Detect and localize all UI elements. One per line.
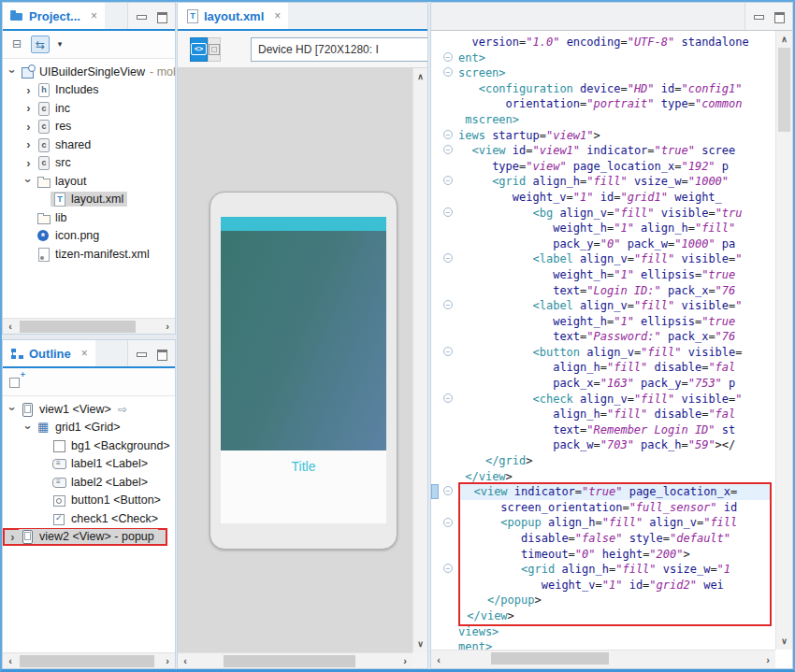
canvas-vscrollbar[interactable]: ∧ ∨ <box>412 68 427 652</box>
maximize-icon[interactable] <box>773 11 785 21</box>
maximize-icon[interactable] <box>156 349 167 359</box>
code-line[interactable]: ent> <box>458 50 773 66</box>
close-icon[interactable]: × <box>76 347 88 360</box>
scrollbar-thumb[interactable] <box>20 321 136 333</box>
code-line[interactable]: orientation="portrait" type="common <box>458 96 773 112</box>
fold-collapse-icon[interactable]: − <box>443 52 453 62</box>
code-line[interactable]: <label align_v="fill" visible=" <box>458 298 773 314</box>
code-line[interactable]: <view indicator="true" page_location_x= <box>460 484 770 500</box>
code-line[interactable]: views> <box>458 624 773 640</box>
code-line[interactable]: text="Remember Login ID" st <box>458 422 773 438</box>
fold-collapse-icon[interactable]: − <box>443 300 453 309</box>
code-line[interactable]: type="view" page_location_x="192" p <box>458 159 773 175</box>
code-line[interactable]: version="1.0" encoding="UTF-8" standalon… <box>458 35 773 50</box>
code-hscrollbar[interactable]: ‹ › <box>431 650 775 668</box>
chevron-right-icon[interactable]: › <box>22 102 35 114</box>
scroll-right-icon[interactable]: › <box>160 653 175 668</box>
code-lines[interactable]: version="1.0" encoding="UTF-8" standalon… <box>458 35 773 650</box>
chevron-down-icon[interactable]: › <box>7 65 19 78</box>
scroll-up-icon[interactable]: ∧ <box>413 70 427 83</box>
source-design-toggle-button[interactable]: <> <box>190 37 208 62</box>
chevron-right-icon[interactable]: › <box>22 121 35 133</box>
code-line[interactable]: text="Login ID:" pack_x="76 <box>458 283 773 299</box>
tree-item-lib[interactable]: ›lib <box>3 208 175 227</box>
tree-item-src[interactable]: ›src <box>3 154 175 173</box>
fold-collapse-icon[interactable]: − <box>443 518 453 527</box>
tree-item-uibuildersingleview[interactable]: ›UIBuilderSingleView - mob <box>3 63 175 81</box>
code-line[interactable]: <view id="view1" indicator="true" scree <box>458 143 773 159</box>
code-line[interactable]: </grid> <box>458 453 773 469</box>
code-line[interactable]: <label align_v="fill" visible=" <box>458 251 773 267</box>
tree-item-inc[interactable]: ›inc <box>3 99 175 118</box>
fold-collapse-icon[interactable]: − <box>443 393 453 403</box>
minimize-icon[interactable] <box>136 349 147 359</box>
code-line[interactable]: weight_v="1" id="grid2" wei <box>460 578 770 593</box>
code-line[interactable]: mscreen> <box>458 112 773 128</box>
scrollbar-thumb[interactable] <box>20 655 154 667</box>
tree-item-res[interactable]: ›res <box>3 118 175 136</box>
code-line[interactable]: weight_h="1" ellipsis="true <box>458 314 773 330</box>
tree-item-label1-label[interactable]: ›label1 <Label> <box>3 455 175 474</box>
code-editor[interactable]: −−−−−−−−−−−−− version="1.0" encoding="UT… <box>431 31 792 668</box>
tab-project-explorer[interactable]: Project... × <box>3 3 105 29</box>
tree-item-includes[interactable]: ›Includes <box>3 81 175 100</box>
fold-collapse-icon[interactable]: − <box>443 347 453 356</box>
popup-preview[interactable]: Title <box>221 450 386 523</box>
fold-collapse-icon[interactable]: − <box>443 176 453 185</box>
chevron-down-icon[interactable]: › <box>22 422 35 434</box>
code-line[interactable]: align_h="fill" disable="fal <box>458 407 773 422</box>
tree-item-shared[interactable]: ›shared <box>3 136 175 154</box>
chevron-right-icon[interactable]: › <box>22 138 35 150</box>
tree-item-layout[interactable]: ›layout <box>3 172 175 191</box>
canvas-hscrollbar[interactable]: ‹ › <box>178 652 412 668</box>
scroll-right-icon[interactable]: › <box>160 319 175 334</box>
code-line[interactable]: </view> <box>460 608 770 624</box>
code-line[interactable]: iews startup="view1"> <box>458 128 773 144</box>
view-menu-icon[interactable]: ▾ <box>54 36 65 53</box>
code-line[interactable]: weight_h="1" ellipsis="true <box>458 267 773 283</box>
design-view-button[interactable] <box>208 37 221 62</box>
scroll-down-icon[interactable]: ∨ <box>413 637 427 651</box>
chevron-down-icon[interactable]: › <box>22 175 35 187</box>
code-line[interactable]: text="Password:" pack_x="76 <box>458 329 773 345</box>
code-line[interactable]: align_h="fill" disable="fal <box>458 360 773 376</box>
add-element-icon[interactable]: + <box>7 373 26 391</box>
tree-item-check1-check[interactable]: ›check1 <Check> <box>3 509 175 528</box>
close-icon[interactable]: × <box>268 9 281 22</box>
fold-collapse-icon[interactable]: − <box>443 253 453 263</box>
scrollbar-thumb[interactable] <box>224 655 355 667</box>
fold-collapse-icon[interactable]: − <box>443 486 453 495</box>
device-screen[interactable]: Title <box>221 217 386 523</box>
chevron-right-icon[interactable]: › <box>7 531 19 543</box>
code-line[interactable]: timeout="0" height="200"> <box>460 547 770 563</box>
minimize-icon[interactable] <box>753 11 764 21</box>
scroll-left-icon[interactable]: ‹ <box>3 319 18 334</box>
tree-item-view2-view-popup[interactable]: ›view2 <View> - popup <box>3 528 167 547</box>
maximize-icon[interactable] <box>156 11 167 21</box>
collapse-all-icon[interactable]: ⊟ <box>7 36 26 53</box>
fold-collapse-icon[interactable]: − <box>443 130 453 139</box>
code-line[interactable]: <grid align_h="fill" vsize_w="1 <box>460 562 770 578</box>
code-line[interactable]: <configuration device="HD" id="config1" <box>458 81 773 97</box>
device-selector[interactable]: Device HD [720X1280: I <box>251 37 427 62</box>
scroll-left-icon[interactable]: ‹ <box>431 652 446 667</box>
code-line[interactable]: </popup> <box>460 593 770 608</box>
tree-item-label2-label[interactable]: ›label2 <Label> <box>3 473 175 492</box>
code-line[interactable]: pack_w="703" pack_h="59"></ <box>458 437 773 453</box>
code-line[interactable]: <check align_v="fill" visible=" <box>458 392 773 407</box>
tree-item-icon.png[interactable]: ›icon.png <box>3 227 175 246</box>
scroll-up-icon[interactable]: ∧ <box>776 33 792 46</box>
scroll-left-icon[interactable]: ‹ <box>3 653 18 668</box>
code-line[interactable]: screen> <box>458 65 773 81</box>
code-line[interactable]: weight_v="1" id="grid1" weight_ <box>458 190 773 206</box>
scrollbar-thumb[interactable] <box>778 48 790 132</box>
scroll-left-icon[interactable]: ‹ <box>178 653 193 668</box>
minimize-icon[interactable] <box>136 11 147 21</box>
code-line[interactable]: weight_h="1" align_h="fill" <box>458 221 773 236</box>
tab-outline[interactable]: Outline × <box>3 340 95 366</box>
tree-item-layout.xml[interactable]: ›layout.xml <box>3 191 175 209</box>
code-line[interactable]: <grid align_h="fill" vsize_w="1000" <box>458 174 773 190</box>
close-icon[interactable]: × <box>85 9 97 22</box>
scroll-right-icon[interactable]: › <box>760 652 775 667</box>
tree-item-view1-view[interactable]: ›view1 <View>⇨ <box>3 400 175 419</box>
